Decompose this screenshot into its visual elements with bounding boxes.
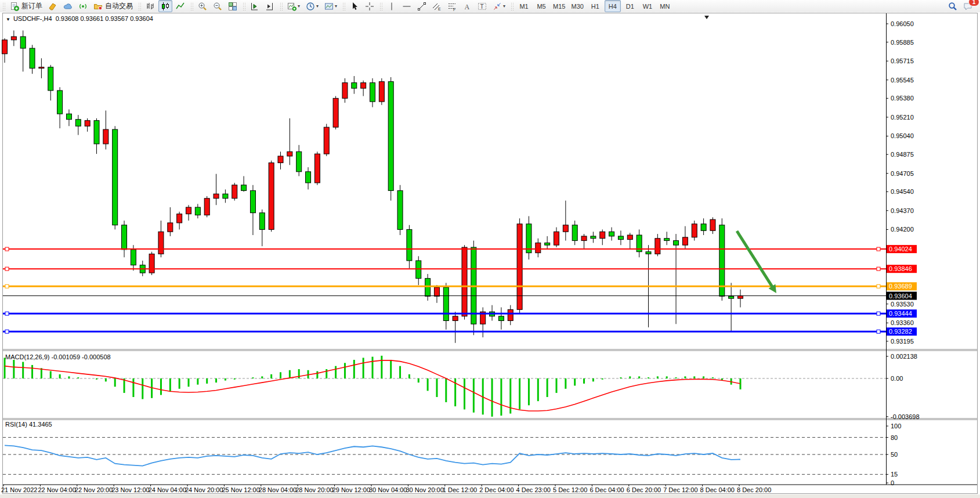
candle-up bbox=[434, 287, 439, 296]
hline-drag-handle[interactable] bbox=[877, 267, 880, 270]
candle-up bbox=[103, 129, 109, 144]
timeframe-button-w1[interactable]: W1 bbox=[639, 0, 656, 12]
autotrade-icon bbox=[93, 2, 103, 11]
price-axis-label: 0.93846 bbox=[889, 265, 912, 272]
clock-icon bbox=[306, 2, 315, 11]
price-tick-label: 0.94370 bbox=[891, 207, 914, 214]
candle-up bbox=[2, 40, 8, 54]
chart-ohlc-values: 0.93608 0.93661 0.93567 0.93604 bbox=[56, 15, 153, 22]
tile-windows-button[interactable] bbox=[226, 0, 240, 12]
time-axis-label: 24 Nov 20:00 bbox=[185, 486, 223, 493]
new-order-button[interactable]: 新订单 bbox=[8, 0, 45, 12]
hline-drag-handle[interactable] bbox=[5, 284, 9, 288]
vertical-line-button[interactable] bbox=[385, 0, 399, 12]
periods-button[interactable]: ▾ bbox=[303, 0, 321, 12]
timeframe-button-m15[interactable]: M15 bbox=[551, 0, 567, 12]
line-chart-button[interactable] bbox=[173, 0, 187, 12]
signals-button[interactable] bbox=[76, 0, 90, 12]
community-button[interactable] bbox=[61, 0, 75, 12]
timeframe-button-h1[interactable]: H1 bbox=[587, 0, 603, 12]
candle-up bbox=[682, 237, 688, 245]
dropdown-caret-icon[interactable]: ▾ bbox=[335, 3, 337, 9]
hline-drag-handle[interactable] bbox=[5, 330, 9, 333]
hline-drag-handle[interactable] bbox=[877, 284, 880, 288]
dropdown-caret-icon[interactable]: ▾ bbox=[316, 3, 319, 9]
time-axis-label: 30 Nov 04:00 bbox=[369, 486, 407, 493]
dropdown-caret-icon[interactable]: ▾ bbox=[503, 3, 505, 9]
zoom-in-button[interactable] bbox=[196, 0, 209, 12]
rsi-indicator-label: RSI(14) 41.3465 bbox=[5, 421, 52, 428]
chart-shift-button[interactable] bbox=[263, 0, 277, 12]
hline-drag-handle[interactable] bbox=[877, 247, 880, 251]
time-axis-label: 22 Nov 04:00 bbox=[38, 486, 75, 493]
text-label-button[interactable]: T bbox=[475, 0, 489, 12]
timeframe-button-mn[interactable]: MN bbox=[657, 0, 673, 12]
candle-down bbox=[94, 121, 99, 144]
new-chart-button[interactable]: ▾ bbox=[285, 0, 302, 12]
time-axis-label: 28 Nov 04:00 bbox=[259, 486, 296, 493]
cursor-button[interactable] bbox=[348, 0, 361, 12]
candle-up bbox=[710, 219, 715, 230]
candle-up bbox=[204, 199, 209, 215]
toolbar-group-handle[interactable] bbox=[342, 2, 345, 10]
toolbar-group-handle[interactable] bbox=[280, 2, 283, 10]
collapse-triangle-icon[interactable]: ▼ bbox=[6, 17, 10, 22]
svg-text:T: T bbox=[480, 3, 484, 10]
candle-down bbox=[30, 48, 35, 68]
hline-drag-handle[interactable] bbox=[5, 267, 9, 270]
fibonacci-button[interactable]: F bbox=[445, 0, 459, 12]
chart-shift-icon bbox=[265, 2, 274, 11]
candle-down bbox=[664, 239, 670, 241]
time-axis-label: 23 Nov 12:00 bbox=[111, 486, 149, 493]
timeframe-button-m5[interactable]: M5 bbox=[533, 0, 549, 12]
rsi-axis-label: 0 bbox=[891, 479, 894, 486]
candle-up bbox=[158, 232, 164, 254]
candle-up bbox=[214, 194, 219, 199]
toolbar-group-handle[interactable] bbox=[511, 2, 513, 10]
bar-chart-button[interactable] bbox=[143, 0, 157, 12]
timeframe-button-m30[interactable]: M30 bbox=[569, 0, 585, 12]
candlestick-chart-button[interactable] bbox=[158, 0, 172, 12]
text-button[interactable]: A bbox=[460, 0, 474, 12]
timeframe-button-m1[interactable]: M1 bbox=[516, 0, 532, 12]
hline-drag-handle[interactable] bbox=[877, 312, 880, 315]
candle-down bbox=[618, 236, 623, 240]
templates-button[interactable]: ▾ bbox=[322, 0, 339, 12]
auto-trading-button[interactable]: 自动交易 bbox=[91, 0, 135, 12]
candle-up bbox=[361, 83, 366, 89]
arrows-button[interactable]: ▾ bbox=[490, 0, 508, 12]
new-order-button-label: 新订单 bbox=[21, 1, 42, 11]
auto-trading-button-label: 自动交易 bbox=[105, 1, 133, 11]
new-order-icon bbox=[10, 2, 19, 11]
candle-down bbox=[250, 190, 255, 212]
horizontal-line-button[interactable] bbox=[400, 0, 414, 12]
candle-up bbox=[342, 83, 348, 99]
toolbar-group-handle[interactable] bbox=[2, 2, 5, 10]
candle-up bbox=[287, 151, 292, 156]
highlight-tool-button[interactable] bbox=[46, 0, 60, 12]
rsi-name: RSI(14) bbox=[5, 421, 27, 428]
equidistant-channel-button[interactable]: E bbox=[430, 0, 444, 12]
candle-down bbox=[370, 83, 375, 102]
hline-drag-handle[interactable] bbox=[5, 312, 9, 315]
price-chart-canvas[interactable]: 0.940240.938460.936890.934440.932820.936… bbox=[0, 12, 980, 495]
candle-down bbox=[591, 236, 596, 239]
macd-signal-value: -0.000508 bbox=[82, 353, 111, 360]
template-icon bbox=[324, 2, 334, 11]
toolbar-group-handle[interactable] bbox=[138, 2, 141, 10]
crosshair-button[interactable] bbox=[363, 0, 377, 12]
toolbar-group-handle[interactable] bbox=[379, 2, 382, 10]
price-tick-label: 0.95040 bbox=[891, 132, 914, 139]
search-button[interactable] bbox=[946, 0, 960, 12]
timeframe-button-d1[interactable]: D1 bbox=[622, 0, 638, 12]
trendline-button[interactable] bbox=[415, 0, 429, 12]
candle-up bbox=[85, 121, 90, 127]
toolbar-group-handle[interactable] bbox=[243, 2, 245, 10]
dropdown-caret-icon[interactable]: ▾ bbox=[298, 3, 300, 9]
zoom-out-button[interactable] bbox=[211, 0, 225, 12]
auto-scroll-button[interactable] bbox=[248, 0, 262, 12]
toolbar-group-handle[interactable] bbox=[190, 2, 193, 10]
hline-drag-handle[interactable] bbox=[5, 247, 9, 251]
hline-drag-handle[interactable] bbox=[877, 330, 880, 333]
timeframe-button-h4[interactable]: H4 bbox=[605, 0, 621, 12]
